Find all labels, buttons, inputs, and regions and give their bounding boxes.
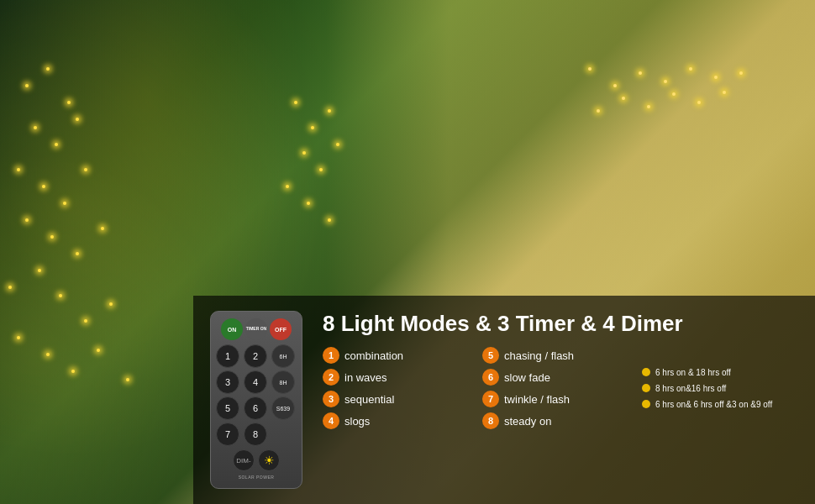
timer-3-dot	[642, 400, 650, 408]
mode-8-num: 8	[482, 412, 499, 429]
light-dot	[76, 118, 79, 121]
remote-btn-empty	[271, 423, 295, 446]
mode-5-num: 5	[482, 347, 499, 364]
light-dot	[311, 126, 314, 129]
light-dot	[17, 168, 20, 171]
light-dot	[42, 185, 45, 188]
light-dot	[55, 143, 58, 146]
remote-btn-7[interactable]: 7	[216, 423, 239, 446]
timer-3-item: 6 hrs on& 6 hrs off &3 on &9 off	[642, 400, 795, 409]
light-dot	[50, 235, 54, 239]
remote-btn-3[interactable]: 3	[216, 370, 239, 394]
mode-1-item: 1 combination	[323, 347, 476, 364]
light-dot	[25, 84, 29, 87]
mode-3-label: sequential	[344, 393, 394, 406]
light-dot	[8, 286, 12, 289]
mode-4-label: slogs	[344, 415, 370, 428]
mode-6-item: 6 slow fade	[482, 369, 635, 386]
light-dot	[639, 71, 642, 75]
light-dot	[319, 168, 323, 171]
mode-8-item: 8 steady on	[482, 412, 635, 429]
mode-2-num: 2	[323, 369, 339, 386]
text-content: 8 Light Modes & 3 Timer & 4 Dimer 1 comb…	[323, 311, 795, 429]
mode-7-label: twinkle / flash	[504, 393, 570, 406]
mode-3-num: 3	[323, 391, 339, 407]
modes-timers-grid: 1 combination 2 in waves 3 sequential 4 …	[323, 347, 795, 429]
remote-btn-4[interactable]: 4	[244, 370, 267, 394]
timer-1-dot	[642, 368, 650, 376]
light-dot	[622, 97, 625, 100]
mode-2-label: in waves	[344, 371, 387, 384]
timer-2-dot	[642, 384, 650, 392]
remote-btn-6[interactable]: 6	[244, 396, 267, 420]
mode-5-label: chasing / flash	[504, 349, 574, 362]
light-dot	[597, 109, 600, 113]
remote-btn-8h[interactable]: 8H	[271, 370, 295, 394]
light-dot	[71, 370, 75, 373]
light-dot	[714, 76, 718, 79]
light-dot	[109, 302, 113, 306]
mode-7-num: 7	[482, 391, 499, 407]
light-dot	[38, 269, 41, 272]
light-dot	[97, 349, 100, 352]
mode-1-num: 1	[323, 347, 339, 364]
remote-btn-s639[interactable]: S639	[271, 396, 295, 420]
timers-col: 6 hrs on & 18 hrs off 8 hrs on&16 hrs of…	[642, 347, 795, 429]
light-dot	[328, 109, 331, 113]
light-dot	[697, 101, 701, 104]
light-dot	[689, 67, 692, 71]
mode-3-item: 3 sequential	[323, 391, 476, 407]
light-dot	[67, 101, 71, 104]
light-dot	[25, 218, 29, 222]
light-dot	[34, 126, 37, 129]
timer-1-item: 6 hrs on & 18 hrs off	[642, 368, 795, 377]
light-dot	[328, 218, 331, 222]
remote-btn-1[interactable]: 1	[216, 344, 239, 368]
light-dot	[59, 294, 62, 297]
light-dot	[672, 92, 676, 96]
light-dot	[76, 252, 79, 255]
light-dot	[84, 168, 87, 171]
remote-top-row: ON TIMER ON OFF	[216, 318, 297, 340]
remote-dim-minus[interactable]: DIM-	[233, 449, 255, 471]
light-dot	[63, 202, 66, 205]
remote-number-grid: 1 2 6H 3 4 8H 5 6 S639 7 8	[216, 344, 297, 446]
mode-8-label: steady on	[504, 415, 551, 428]
remote-btn-2[interactable]: 2	[244, 344, 267, 368]
light-dot	[84, 319, 87, 323]
main-title: 8 Light Modes & 3 Timer & 4 Dimer	[323, 311, 795, 337]
light-dot	[286, 185, 289, 188]
timer-2-label: 8 hrs on&16 hrs off	[655, 384, 726, 393]
light-dot	[46, 353, 50, 356]
mode-2-item: 2 in waves	[323, 369, 476, 386]
info-panel: ON TIMER ON OFF 1 2 6H 3 4 8H 5 6 S639 7…	[193, 296, 815, 504]
light-dot	[613, 84, 617, 87]
modes-col-2: 5 chasing / flash 6 slow fade 7 twinkle …	[482, 347, 635, 429]
timer-1-label: 6 hrs on & 18 hrs off	[655, 368, 731, 377]
light-dot	[46, 67, 50, 71]
light-dot	[336, 143, 339, 146]
remote-on-button[interactable]: ON	[221, 318, 243, 340]
mode-4-num: 4	[323, 412, 339, 429]
light-dot	[739, 71, 743, 75]
remote-btn-6h[interactable]: 6H	[271, 344, 295, 368]
remote-timer-button[interactable]: TIMER ON	[245, 318, 267, 340]
light-dot	[294, 101, 297, 104]
timer-2-item: 8 hrs on&16 hrs off	[642, 384, 795, 393]
light-dot	[17, 336, 20, 339]
light-dot	[307, 202, 310, 205]
mode-5-item: 5 chasing / flash	[482, 347, 635, 364]
remote-sun-icon[interactable]: ☀	[258, 449, 280, 471]
remote-btn-5[interactable]: 5	[216, 396, 239, 420]
remote-brand-label: SOLAR POWER	[216, 475, 297, 480]
timer-3-label: 6 hrs on& 6 hrs off &3 on &9 off	[655, 400, 772, 409]
light-dot	[723, 91, 726, 94]
remote-off-button[interactable]: OFF	[270, 318, 292, 340]
mode-4-item: 4 slogs	[323, 412, 476, 429]
light-dot	[101, 227, 104, 230]
light-dot	[588, 67, 592, 71]
light-dot	[302, 151, 306, 155]
remote-btn-8[interactable]: 8	[244, 423, 267, 446]
mode-6-label: slow fade	[504, 371, 550, 384]
light-dot	[126, 378, 129, 381]
